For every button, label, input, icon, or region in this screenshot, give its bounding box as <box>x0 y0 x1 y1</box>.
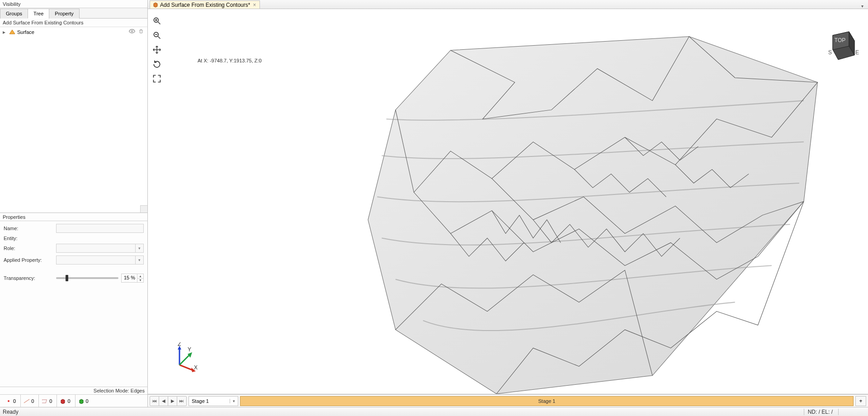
face-icon <box>42 398 48 404</box>
tab-groups[interactable]: Groups <box>0 9 28 19</box>
count-value: 0 <box>13 398 16 404</box>
label-transparency: Transparency: <box>4 275 53 281</box>
fit-view-icon[interactable] <box>151 73 162 84</box>
surface-mesh <box>148 9 868 394</box>
spin-up-icon[interactable]: ▲ <box>137 274 143 279</box>
status-text: Ready <box>3 409 19 415</box>
viewport-3d[interactable]: At X: -9748.7, Y:1913.75, Z:0 TOP S E Z <box>148 9 868 394</box>
count-volume-red: 0 <box>57 395 73 407</box>
chevron-down-icon[interactable]: ▾ <box>135 256 143 264</box>
count-volume-green: 0 <box>75 395 91 407</box>
cube-green-icon <box>78 398 85 404</box>
delete-icon[interactable] <box>137 28 145 35</box>
document-icon <box>153 2 158 8</box>
stage-last-icon[interactable]: ⏭ <box>177 397 186 406</box>
slider-thumb[interactable] <box>66 275 68 281</box>
view-cube[interactable]: TOP S E <box>819 27 860 68</box>
svg-text:E: E <box>855 49 859 56</box>
svg-text:Z: Z <box>178 342 181 347</box>
expand-icon[interactable]: ▸ <box>3 29 7 35</box>
stage-selector[interactable]: Stage 1 ▾ <box>189 396 238 406</box>
selection-counts: 0 0 0 0 0 <box>0 394 147 407</box>
label-name: Name: <box>4 226 53 231</box>
tree-item-label: Surface <box>17 29 127 35</box>
axis-gizmo[interactable]: Z X Y <box>166 342 198 374</box>
cursor-coordinates: At X: -9748.7, Y:1913.75, Z:0 <box>198 58 262 63</box>
tree-item-surface[interactable]: ▸ Surface <box>0 27 147 37</box>
status-nd-el: ND: / EL: / <box>804 409 836 415</box>
svg-line-28 <box>179 354 190 365</box>
svg-point-1 <box>131 30 133 32</box>
svg-marker-6 <box>80 399 83 404</box>
chevron-down-icon[interactable]: ▾ <box>230 399 238 403</box>
point-icon <box>5 398 12 404</box>
count-value: 0 <box>67 398 70 404</box>
surface-icon <box>9 29 15 35</box>
count-point: 0 <box>3 395 19 407</box>
count-value: 0 <box>31 398 34 404</box>
svg-text:X: X <box>194 364 198 371</box>
stage-next-icon[interactable]: ▶ <box>168 397 177 406</box>
svg-marker-7 <box>154 3 157 7</box>
svg-line-3 <box>24 399 29 403</box>
count-value: 0 <box>86 398 89 404</box>
stage-nav: ⏮ ◀ ▶ ⏭ <box>150 396 187 406</box>
label-applied-property: Applied Property: <box>4 257 53 263</box>
document-tab[interactable]: Add Surface From Existing Contours* × <box>150 0 260 9</box>
visibility-tabs: Groups Tree Property <box>0 8 147 19</box>
svg-line-25 <box>179 365 193 370</box>
stage-prev-icon[interactable]: ◀ <box>159 397 168 406</box>
pan-icon[interactable] <box>151 44 162 55</box>
svg-point-2 <box>8 400 9 402</box>
zoom-in-icon[interactable] <box>151 15 162 26</box>
count-value: 0 <box>49 398 52 404</box>
tree-view[interactable]: ▸ Surface <box>0 27 147 213</box>
tree-subtitle: Add Surface From Existing Contours <box>0 19 147 27</box>
stage-bar: ⏮ ◀ ▶ ⏭ Stage 1 ▾ Stage 1 + <box>148 394 868 407</box>
tab-tree[interactable]: Tree <box>28 9 49 19</box>
properties-title: Properties <box>0 213 147 221</box>
chevron-down-icon[interactable]: ▾ <box>135 244 143 252</box>
transparency-slider[interactable] <box>56 277 118 279</box>
document-tabs: Add Surface From Existing Contours* × ▾ <box>148 0 868 9</box>
rotate-icon[interactable] <box>151 59 162 70</box>
add-stage-button[interactable]: + <box>855 396 866 406</box>
tab-property[interactable]: Property <box>49 9 80 19</box>
status-bar: Ready ND: / EL: / <box>0 407 868 416</box>
combo-applied-property[interactable]: ▾ <box>56 255 144 265</box>
viewport-toolbar <box>151 15 162 84</box>
visibility-toggle-icon[interactable] <box>128 28 136 36</box>
visibility-panel-title: Visibility <box>0 0 147 8</box>
stage-selector-value: Stage 1 <box>189 398 230 404</box>
stage-timeline-item[interactable]: Stage 1 <box>240 396 854 406</box>
label-entity: Entity: <box>4 236 53 241</box>
close-tab-icon[interactable]: × <box>252 2 257 8</box>
transparency-value[interactable]: 15 % <box>122 274 137 282</box>
spin-down-icon[interactable]: ▼ <box>137 279 143 283</box>
edge-icon <box>24 398 30 404</box>
svg-line-10 <box>158 22 160 24</box>
scroll-corner <box>140 205 147 213</box>
svg-line-14 <box>158 37 160 39</box>
zoom-out-icon[interactable] <box>151 30 162 41</box>
svg-marker-5 <box>61 399 65 404</box>
count-face: 0 <box>38 395 55 407</box>
tab-overflow-icon[interactable]: ▾ <box>859 4 868 9</box>
properties-panel: Properties Name: Entity: Role: ▾ Applied… <box>0 213 147 407</box>
svg-marker-0 <box>9 30 15 34</box>
count-edge: 0 <box>20 395 37 407</box>
svg-text:Y: Y <box>188 346 191 353</box>
selection-mode-label: Selection Mode: Edges <box>0 387 147 394</box>
combo-role[interactable]: ▾ <box>56 244 144 253</box>
document-tab-label: Add Surface From Existing Contours* <box>160 2 250 8</box>
label-role: Role: <box>4 246 53 251</box>
input-name[interactable] <box>56 224 144 233</box>
status-empty <box>838 409 865 415</box>
svg-text:TOP: TOP <box>835 37 845 43</box>
stage-first-icon[interactable]: ⏮ <box>150 397 159 406</box>
svg-text:S: S <box>828 49 832 56</box>
svg-rect-4 <box>42 400 47 403</box>
svg-marker-8 <box>368 37 817 394</box>
cube-red-icon <box>60 398 66 404</box>
